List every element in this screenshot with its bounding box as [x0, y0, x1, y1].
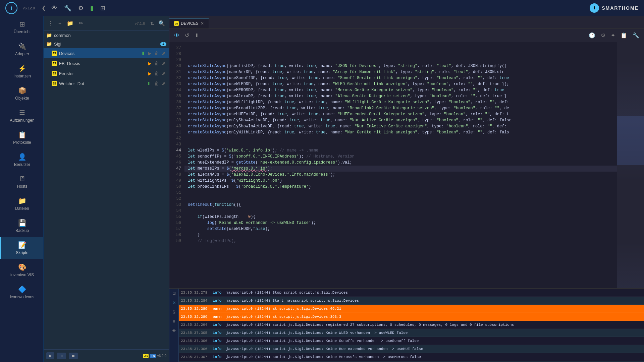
pause-tool-icon[interactable]: ⏸ [193, 31, 201, 40]
log-level-3: warn [213, 315, 226, 319]
sidebar-item-backup[interactable]: 💾 Backup [0, 215, 43, 237]
clock-tool-icon[interactable]: 🕐 [587, 31, 597, 40]
edit-icon[interactable]: ✏ [77, 19, 85, 28]
file-fb-docsis[interactable]: JS FB_Docsis ▶ 🗑 ⬈ [44, 58, 169, 68]
ln-34: 34 [169, 87, 184, 93]
stop-all-button[interactable]: ⏹ [69, 353, 78, 359]
code-line-36: createStateAsync(useWifilightDP, {read: … [184, 99, 617, 105]
sidebar-item-inventwo-vis[interactable]: 🎨 inventwo VIS [0, 259, 43, 281]
file-devices-delete-icon[interactable]: 🗑 [154, 50, 160, 57]
sidebar-label-skripte: Skripte [16, 250, 28, 255]
file-devices-pause-icon[interactable]: ⏸ [140, 50, 146, 57]
code-line-54 [184, 208, 617, 214]
file-devices-play-icon[interactable]: ▶ [147, 50, 152, 57]
ln-57: 57 [169, 226, 184, 232]
tools-icon[interactable]: 🔧 [64, 4, 71, 12]
editor-main: 27 28 29 30 31 32 33 34 35 36 37 38 39 4… [169, 42, 644, 362]
file-fenster-delete-icon[interactable]: 🗑 [154, 70, 160, 77]
gear-tool-icon[interactable]: ⚙ [599, 31, 607, 40]
pause-all-button[interactable]: ⏸ [57, 353, 66, 359]
search-icon[interactable]: 🔍 [157, 19, 166, 28]
file-fb-docsis-delete-icon[interactable]: 🗑 [154, 60, 160, 67]
folder-sigi[interactable]: 📁 Sigi 4 [44, 40, 169, 48]
sidebar-item-dateien[interactable]: 📁 Dateien [0, 193, 43, 215]
sidebar-item-aufzaehlungen[interactable]: ☰ Aufzählungen [0, 105, 43, 127]
log-filter-copy[interactable]: ⎘ [171, 309, 177, 315]
log-ts-3: 23:35:32.289 [181, 315, 213, 319]
log-level-4: info [213, 323, 226, 327]
log-row-7: 23:35:37.306 info javascript.0 (18244) s… [179, 345, 644, 353]
sidebar-label-backup: Backup [15, 228, 29, 233]
code-line-52 [184, 196, 617, 202]
more-options-icon[interactable]: ⋮ [46, 19, 54, 28]
sidebar-item-adapter[interactable]: 🔌 Adapter [0, 38, 43, 60]
file-welcher-dot-delete-icon[interactable]: 🗑 [154, 80, 160, 87]
editor-toolbar: 👁 ↺ ⏸ 🕐 ⚙ ✦ 📋 🔧 [169, 29, 644, 42]
collapse-button[interactable]: ❮ [42, 5, 46, 11]
sidebar-label-hosts: Hosts [17, 184, 28, 189]
view-icon[interactable]: 👁 [51, 4, 57, 11]
folder-common[interactable]: 📁 common [44, 31, 169, 40]
sidebar-item-skripte[interactable]: 📝 Skripte [0, 237, 43, 259]
sidebar-item-instanzen[interactable]: ⚡ Instanzen [0, 60, 43, 82]
log-row-1: 23:35:32.284 info javascript.0 (18244) S… [179, 297, 644, 305]
log-filter-eye[interactable]: 👁 [171, 327, 177, 334]
sidebar-item-hosts[interactable]: 🖥 Hosts [0, 171, 43, 193]
file-fb-docsis-export-icon[interactable]: ⬈ [161, 60, 166, 67]
log-ts-0: 23:35:32.278 [181, 291, 213, 295]
minimap-bg [617, 42, 644, 288]
tab-js-icon: JS [174, 21, 179, 26]
file-welcher-dot-export-icon[interactable]: ⬈ [161, 80, 166, 87]
file-devices-js-icon: JS [52, 51, 57, 56]
tab-devices[interactable]: JS DEVICES ✕ [169, 18, 209, 28]
sidebar-item-icontwo-icons[interactable]: 🔷 icontwo Icons [0, 281, 43, 303]
file-fb-docsis-play-icon[interactable]: ▶ [147, 60, 152, 67]
file-devices[interactable]: JS Devices ⏸ ▶ 🗑 ⬈ [44, 48, 169, 58]
file-fenster-play-icon[interactable]: ▶ [147, 70, 152, 77]
tab-close-icon[interactable]: ✕ [201, 21, 204, 26]
code-line-29 [184, 57, 617, 63]
wrench-tool-icon[interactable]: 🔧 [631, 31, 641, 40]
file-devices-actions: ⏸ ▶ 🗑 ⬈ [140, 50, 166, 57]
code-line-51 [184, 190, 617, 196]
log-filter-x[interactable]: ✕ [171, 299, 177, 306]
log-msg-6: javascript.0 (18244) script.js.Sigi.Devi… [226, 339, 642, 343]
ln-42: 42 [169, 135, 184, 141]
log-filter-all[interactable]: ⊡ [171, 290, 177, 297]
file-fenster-export-icon[interactable]: ⬈ [161, 70, 166, 77]
play-all-button[interactable]: ▶ [46, 352, 54, 359]
settings-icon[interactable]: ⚙ [78, 4, 84, 12]
ln-30: 30 [169, 63, 184, 69]
sidebar-item-objekte[interactable]: 📦 Objekte [0, 82, 43, 105]
code-area[interactable]: createStateAsync(jsonListDP, {read: true… [184, 42, 617, 288]
status-icon[interactable]: ▮ [90, 4, 94, 12]
ln-51: 51 [169, 190, 184, 196]
sidebar-item-uebersicht[interactable]: ⊞ Übersicht [0, 16, 43, 38]
folder-icon[interactable]: 📁 [65, 19, 75, 28]
file-welcher-dot-pause-icon[interactable]: ⏸ [146, 80, 152, 87]
file-fb-docsis-js-icon: JS [52, 61, 57, 66]
refresh-tool-icon[interactable]: ↺ [183, 31, 191, 40]
code-line-58: } [184, 232, 617, 238]
ln-40: 40 [169, 123, 184, 129]
log-row-8: 23:35:37.307 info javascript.0 (18244) s… [179, 353, 644, 361]
file-welcher-dot[interactable]: JS Welcher_Dot ⏸ 🗑 ⬈ [44, 78, 169, 88]
sidebar: ⊞ Übersicht 🔌 Adapter ⚡ Instanzen 📦 Obje… [0, 16, 44, 362]
sort-icon[interactable]: ⇅ [150, 21, 154, 26]
expand-tool-icon[interactable]: ✦ [609, 31, 616, 40]
file-devices-export-icon[interactable]: ⬈ [161, 50, 166, 57]
log-filter-list[interactable]: ≡ [171, 318, 177, 325]
sidebar-item-protokolle[interactable]: 📋 Protokolle [0, 127, 43, 149]
grid-icon[interactable]: ⊞ [100, 4, 105, 12]
sidebar-item-benutzer[interactable]: 👤 Benutzer [0, 149, 43, 171]
ln-52: 52 [169, 196, 184, 202]
clipboard-tool-icon[interactable]: 📋 [619, 31, 629, 40]
instanzen-icon: ⚡ [18, 64, 26, 72]
eye-tool-icon[interactable]: 👁 [173, 31, 181, 40]
add-file-icon[interactable]: + [57, 19, 63, 28]
log-level-7: info [213, 347, 226, 351]
file-fenster[interactable]: JS Fenster ▶ 🗑 ⬈ [44, 68, 169, 78]
log-ts-8: 23:35:37.307 [181, 355, 213, 359]
code-line-38: createStateAsync(useHUEExtDP, {read: tru… [184, 111, 617, 117]
ts-badge: TS [150, 354, 156, 358]
